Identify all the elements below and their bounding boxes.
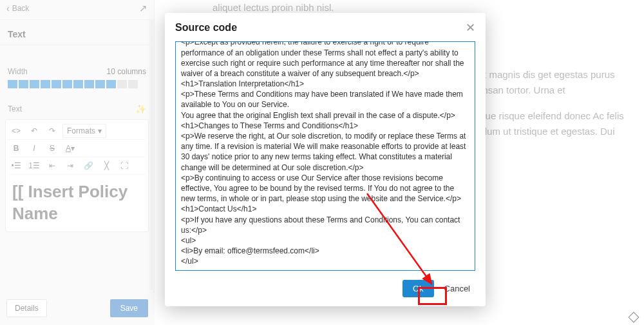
modal-title: Source code bbox=[175, 22, 237, 34]
source-code-textarea[interactable] bbox=[175, 41, 475, 271]
close-icon[interactable]: ✕ bbox=[466, 22, 475, 34]
ok-button[interactable]: Ok bbox=[402, 280, 434, 297]
source-code-modal: Source code ✕ Ok Cancel bbox=[165, 13, 486, 306]
cancel-button[interactable]: Cancel bbox=[439, 280, 475, 297]
